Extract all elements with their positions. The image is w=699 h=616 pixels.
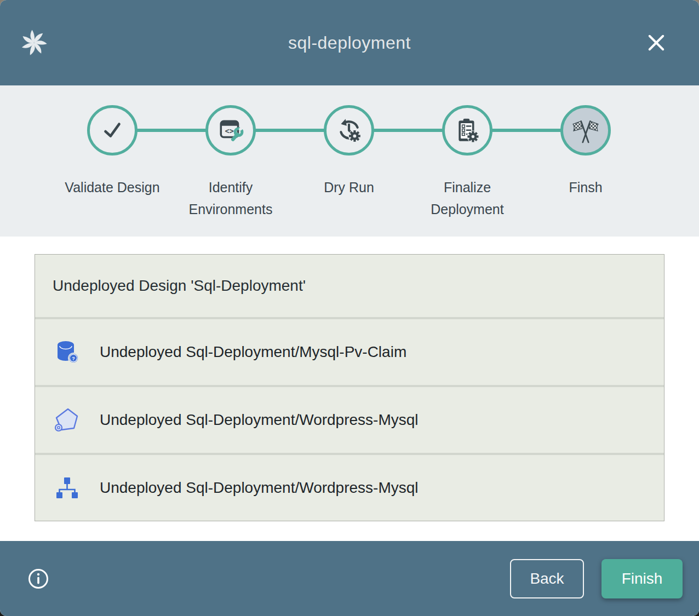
- results-area: Undeployed Design 'Sql-Deployment' ? Und…: [0, 237, 699, 541]
- step-label: Finalize Deployment: [419, 176, 515, 220]
- result-row-text: Undeployed Sql-Deployment/Wordpress-Mysq…: [100, 411, 419, 429]
- dry-run-clock-gear-icon: [335, 117, 363, 144]
- result-row-text: Undeployed Sql-Deployment/Wordpress-Mysq…: [100, 479, 419, 497]
- info-button[interactable]: [27, 568, 49, 590]
- step-dry-run: Dry Run: [290, 105, 408, 220]
- result-row-wordpress-mysql-2: Undeployed Sql-Deployment/Wordpress-Mysq…: [35, 455, 664, 521]
- step-circle-identify-environments: <>: [205, 105, 256, 156]
- svg-text:?: ?: [72, 356, 75, 361]
- panel-header-row: Undeployed Design 'Sql-Deployment': [35, 255, 664, 317]
- modal-title: sql-deployment: [0, 33, 699, 53]
- close-icon: [645, 32, 667, 54]
- deployment-wizard-modal: sql-deployment Validate Design: [0, 0, 699, 616]
- step-circle-validate-design: [87, 105, 137, 156]
- step-identify-environments: <> Identify Environments: [171, 105, 290, 220]
- result-row-text: Undeployed Sql-Deployment/Mysql-Pv-Claim: [100, 343, 406, 361]
- modal-header: sql-deployment: [0, 0, 699, 85]
- code-window-wrench-icon: <>: [217, 117, 244, 144]
- step-finish: Finsh: [526, 105, 645, 220]
- step-label: Finsh: [537, 176, 634, 198]
- modal-footer: Back Finish: [0, 541, 699, 616]
- step-validate-design: Validate Design: [53, 105, 171, 220]
- deployment-results-panel: Undeployed Design 'Sql-Deployment' ? Und…: [35, 254, 664, 521]
- finish-button[interactable]: Finish: [601, 559, 683, 598]
- svg-text:<>: <>: [225, 126, 234, 135]
- step-finalize-deployment: Finalize Deployment: [408, 105, 526, 220]
- close-button[interactable]: [645, 32, 667, 54]
- database-question-icon: ?: [54, 339, 80, 365]
- info-icon: [27, 568, 49, 590]
- stepper: Validate Design <> Identify Environments: [0, 85, 699, 237]
- step-label: Dry Run: [301, 176, 397, 198]
- step-circle-finalize-deployment: [442, 105, 492, 156]
- panel-header-text: Undeployed Design 'Sql-Deployment': [53, 277, 306, 295]
- step-circle-dry-run: [324, 105, 374, 156]
- step-label: Identify Environments: [182, 176, 279, 220]
- result-row-wordpress-mysql-1: Undeployed Sql-Deployment/Wordpress-Mysq…: [35, 387, 664, 453]
- hierarchy-icon: [54, 475, 80, 501]
- result-row-mysql-pv-claim: ? Undeployed Sql-Deployment/Mysql-Pv-Cla…: [35, 319, 664, 385]
- clipboard-gear-icon: [454, 117, 481, 144]
- step-circle-finish: [560, 105, 611, 156]
- back-button[interactable]: Back: [510, 559, 584, 598]
- step-label: Validate Design: [64, 176, 161, 198]
- pentagon-badge-icon: [54, 407, 80, 433]
- checkered-flags-icon: [572, 117, 599, 144]
- check-icon: [99, 117, 126, 144]
